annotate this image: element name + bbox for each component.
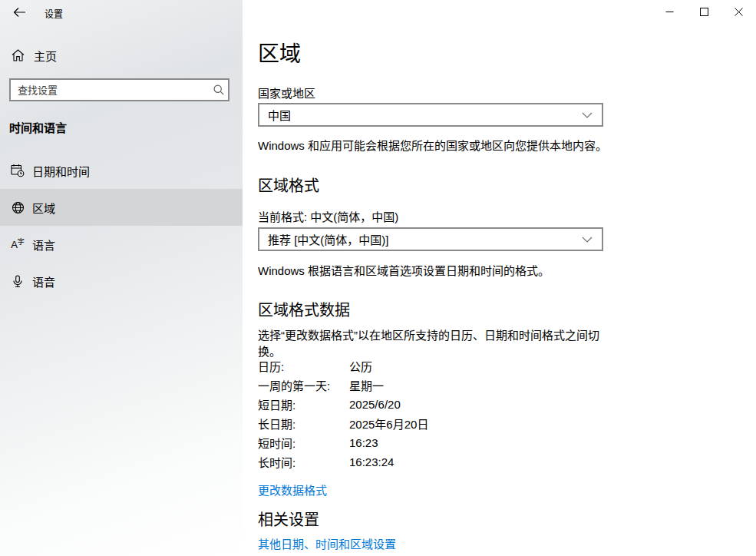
related-settings-heading: 相关设置	[258, 508, 319, 530]
country-description: Windows 和应用可能会根据您所在的国家或地区向您提供本地内容。	[258, 137, 619, 153]
row-value: 公历	[349, 358, 372, 374]
table-row: 长日期: 2025年6月20日	[258, 414, 428, 433]
search-input[interactable]	[11, 84, 210, 96]
main-panel: 区域 国家或地区 中国 Windows 和应用可能会根据您所在的国家或地区向您提…	[243, 0, 756, 556]
window-controls	[652, 0, 756, 23]
table-row: 日历: 公历	[258, 356, 428, 376]
language-icon: A字	[11, 237, 25, 251]
current-format-text: 当前格式: 中文(简体，中国)	[258, 208, 398, 224]
search-icon[interactable]	[210, 84, 228, 95]
table-row: 短日期: 2025/6/20	[258, 395, 428, 414]
sidebar-item-label: 日期和时间	[32, 163, 90, 179]
minimize-button[interactable]	[652, 0, 687, 23]
row-value: 2025/6/20	[349, 398, 401, 411]
sidebar-item-label: 区域	[32, 200, 55, 216]
regional-format-dropdown-value: 推荐 [中文(简体，中国)]	[259, 231, 582, 247]
format-data-heading: 区域格式数据	[258, 298, 350, 320]
change-data-format-link[interactable]: 更改数据格式	[258, 482, 327, 498]
country-dropdown[interactable]: 中国	[258, 103, 603, 127]
sidebar-item-speech[interactable]: 语音	[0, 263, 243, 300]
sidebar-item-label: 语言	[32, 237, 55, 253]
chevron-down-icon	[582, 112, 602, 118]
globe-icon	[11, 200, 25, 214]
back-arrow-icon	[13, 7, 26, 18]
row-label: 长时间:	[258, 454, 349, 470]
country-dropdown-value: 中国	[259, 107, 582, 123]
search-box[interactable]	[9, 78, 229, 101]
row-label: 日历:	[258, 358, 349, 374]
table-row: 长时间: 16:23:24	[258, 452, 428, 472]
row-value: 16:23	[349, 436, 378, 449]
app-title: 设置	[45, 7, 63, 20]
page-title: 区域	[258, 37, 301, 68]
country-label: 国家或地区	[258, 84, 315, 101]
back-button[interactable]	[6, 2, 32, 23]
calendar-clock-icon	[11, 164, 25, 177]
row-value: 星期一	[349, 377, 384, 393]
table-row: 短时间: 16:23	[258, 433, 428, 452]
row-label: 长日期:	[258, 415, 349, 432]
sidebar-item-home-label: 主页	[34, 48, 57, 64]
microphone-icon	[11, 274, 25, 288]
row-value: 16:23:24	[349, 455, 394, 468]
format-data-description: 选择“更改数据格式”以在地区所支持的日历、日期和时间格式之间切换。	[258, 326, 619, 359]
sidebar-item-region[interactable]: 区域	[0, 189, 243, 226]
row-label: 一周的第一天:	[258, 377, 349, 393]
close-button[interactable]	[721, 0, 756, 23]
sidebar-section-title: 时间和语言	[9, 119, 67, 135]
row-label: 短时间:	[258, 435, 349, 451]
row-value: 2025年6月20日	[349, 415, 428, 432]
additional-settings-link[interactable]: 其他日期、时间和区域设置	[258, 535, 396, 551]
sidebar-nav: 日期和时间 区域 A字 语言	[0, 152, 243, 300]
chevron-down-icon	[582, 237, 602, 243]
sidebar: 设置 主页 时间和语言	[0, 0, 243, 556]
sidebar-item-home[interactable]: 主页	[0, 45, 243, 66]
row-label: 短日期:	[258, 396, 349, 412]
home-icon	[11, 48, 25, 62]
regional-format-description: Windows 根据语言和区域首选项设置日期和时间的格式。	[258, 262, 619, 278]
regional-format-heading: 区域格式	[258, 174, 319, 196]
maximize-button[interactable]	[687, 0, 721, 23]
sidebar-item-label: 语音	[32, 273, 55, 290]
regional-format-dropdown[interactable]: 推荐 [中文(简体，中国)]	[258, 227, 603, 251]
sidebar-item-date-time[interactable]: 日期和时间	[0, 152, 243, 189]
table-row: 一周的第一天: 星期一	[258, 376, 428, 395]
format-data-table: 日历: 公历 一周的第一天: 星期一 短日期: 2025/6/20 长日期: 2…	[258, 356, 428, 472]
sidebar-item-language[interactable]: A字 语言	[0, 226, 243, 263]
